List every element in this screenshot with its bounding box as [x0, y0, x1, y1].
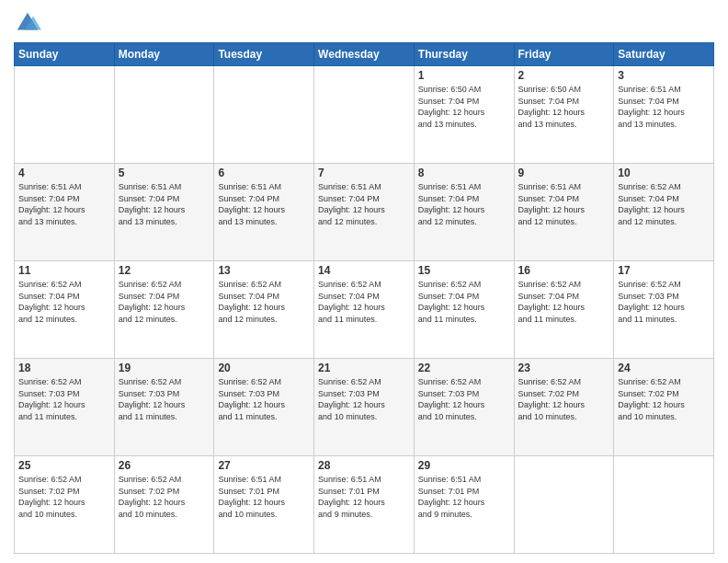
day-number: 26 — [119, 459, 210, 472]
day-number: 22 — [418, 362, 510, 374]
calendar-cell: 18Sunrise: 6:52 AM Sunset: 7:03 PM Dayli… — [15, 359, 115, 456]
day-info: Sunrise: 6:50 AM Sunset: 7:04 PM Dayligh… — [418, 84, 510, 130]
calendar-cell — [314, 66, 415, 164]
day-info: Sunrise: 6:52 AM Sunset: 7:04 PM Dayligh… — [218, 279, 310, 325]
day-number: 12 — [119, 264, 210, 277]
day-number: 16 — [518, 264, 610, 277]
calendar-cell — [514, 456, 614, 554]
calendar-cell: 4Sunrise: 6:51 AM Sunset: 7:04 PM Daylig… — [15, 164, 115, 261]
day-number: 8 — [418, 167, 510, 179]
calendar-cell: 2Sunrise: 6:50 AM Sunset: 7:04 PM Daylig… — [514, 66, 614, 164]
day-info: Sunrise: 6:50 AM Sunset: 7:04 PM Dayligh… — [518, 84, 610, 130]
day-number: 2 — [518, 69, 610, 82]
calendar-cell — [15, 66, 115, 164]
calendar-cell: 14Sunrise: 6:52 AM Sunset: 7:04 PM Dayli… — [314, 261, 415, 359]
day-number: 11 — [18, 264, 110, 277]
day-info: Sunrise: 6:52 AM Sunset: 7:02 PM Dayligh… — [18, 474, 110, 520]
day-number: 27 — [218, 459, 310, 472]
calendar-cell: 26Sunrise: 6:52 AM Sunset: 7:02 PM Dayli… — [114, 456, 214, 554]
calendar-cell: 1Sunrise: 6:50 AM Sunset: 7:04 PM Daylig… — [414, 66, 514, 164]
week-row-2: 11Sunrise: 6:52 AM Sunset: 7:04 PM Dayli… — [15, 261, 714, 359]
calendar-cell: 15Sunrise: 6:52 AM Sunset: 7:04 PM Dayli… — [414, 261, 514, 359]
weekday-header-monday: Monday — [114, 43, 214, 66]
calendar-cell: 7Sunrise: 6:51 AM Sunset: 7:04 PM Daylig… — [314, 164, 415, 261]
logo — [14, 9, 43, 37]
calendar-cell — [614, 456, 714, 554]
day-info: Sunrise: 6:52 AM Sunset: 7:03 PM Dayligh… — [119, 376, 210, 422]
day-number: 14 — [318, 264, 410, 277]
day-info: Sunrise: 6:52 AM Sunset: 7:04 PM Dayligh… — [18, 279, 110, 325]
header — [14, 9, 714, 37]
weekday-header-tuesday: Tuesday — [214, 43, 314, 66]
day-info: Sunrise: 6:52 AM Sunset: 7:03 PM Dayligh… — [418, 376, 510, 422]
day-number: 17 — [618, 264, 710, 277]
calendar-cell: 13Sunrise: 6:52 AM Sunset: 7:04 PM Dayli… — [214, 261, 314, 359]
day-info: Sunrise: 6:51 AM Sunset: 7:04 PM Dayligh… — [119, 181, 210, 227]
day-info: Sunrise: 6:51 AM Sunset: 7:04 PM Dayligh… — [18, 181, 110, 227]
calendar-cell: 17Sunrise: 6:52 AM Sunset: 7:03 PM Dayli… — [614, 261, 714, 359]
day-number: 20 — [218, 362, 310, 374]
day-number: 23 — [518, 362, 610, 374]
week-row-1: 4Sunrise: 6:51 AM Sunset: 7:04 PM Daylig… — [15, 164, 714, 261]
day-number: 19 — [119, 362, 210, 374]
day-info: Sunrise: 6:52 AM Sunset: 7:04 PM Dayligh… — [119, 279, 210, 325]
day-number: 13 — [218, 264, 310, 277]
calendar-cell: 23Sunrise: 6:52 AM Sunset: 7:02 PM Dayli… — [514, 359, 614, 456]
calendar-cell: 25Sunrise: 6:52 AM Sunset: 7:02 PM Dayli… — [15, 456, 115, 554]
weekday-header-sunday: Sunday — [15, 43, 115, 66]
day-number: 6 — [218, 167, 310, 179]
day-info: Sunrise: 6:52 AM Sunset: 7:03 PM Dayligh… — [318, 376, 410, 422]
day-info: Sunrise: 6:52 AM Sunset: 7:03 PM Dayligh… — [218, 376, 310, 422]
day-info: Sunrise: 6:52 AM Sunset: 7:02 PM Dayligh… — [518, 376, 610, 422]
day-number: 4 — [18, 167, 110, 179]
week-row-0: 1Sunrise: 6:50 AM Sunset: 7:04 PM Daylig… — [15, 66, 714, 164]
day-info: Sunrise: 6:51 AM Sunset: 7:01 PM Dayligh… — [318, 474, 410, 520]
day-info: Sunrise: 6:52 AM Sunset: 7:02 PM Dayligh… — [618, 376, 710, 422]
calendar-cell: 12Sunrise: 6:52 AM Sunset: 7:04 PM Dayli… — [114, 261, 214, 359]
calendar-cell: 19Sunrise: 6:52 AM Sunset: 7:03 PM Dayli… — [114, 359, 214, 456]
calendar-cell — [214, 66, 314, 164]
weekday-header-wednesday: Wednesday — [314, 43, 415, 66]
calendar-cell — [114, 66, 214, 164]
calendar-cell: 20Sunrise: 6:52 AM Sunset: 7:03 PM Dayli… — [214, 359, 314, 456]
day-info: Sunrise: 6:52 AM Sunset: 7:03 PM Dayligh… — [618, 279, 710, 325]
week-row-3: 18Sunrise: 6:52 AM Sunset: 7:03 PM Dayli… — [15, 359, 714, 456]
calendar-cell: 28Sunrise: 6:51 AM Sunset: 7:01 PM Dayli… — [314, 456, 415, 554]
day-info: Sunrise: 6:51 AM Sunset: 7:01 PM Dayligh… — [418, 474, 510, 520]
calendar-cell: 16Sunrise: 6:52 AM Sunset: 7:04 PM Dayli… — [514, 261, 614, 359]
day-info: Sunrise: 6:52 AM Sunset: 7:02 PM Dayligh… — [119, 474, 210, 520]
day-info: Sunrise: 6:52 AM Sunset: 7:04 PM Dayligh… — [318, 279, 410, 325]
calendar-cell: 5Sunrise: 6:51 AM Sunset: 7:04 PM Daylig… — [114, 164, 214, 261]
day-info: Sunrise: 6:51 AM Sunset: 7:01 PM Dayligh… — [218, 474, 310, 520]
calendar-table: SundayMondayTuesdayWednesdayThursdayFrid… — [14, 42, 714, 554]
day-info: Sunrise: 6:52 AM Sunset: 7:04 PM Dayligh… — [518, 279, 610, 325]
day-info: Sunrise: 6:52 AM Sunset: 7:04 PM Dayligh… — [418, 279, 510, 325]
day-info: Sunrise: 6:51 AM Sunset: 7:04 PM Dayligh… — [218, 181, 310, 227]
day-info: Sunrise: 6:51 AM Sunset: 7:04 PM Dayligh… — [318, 181, 410, 227]
day-number: 29 — [418, 459, 510, 472]
day-info: Sunrise: 6:52 AM Sunset: 7:04 PM Dayligh… — [618, 181, 710, 227]
day-number: 3 — [618, 69, 710, 82]
calendar-cell: 3Sunrise: 6:51 AM Sunset: 7:04 PM Daylig… — [614, 66, 714, 164]
day-number: 5 — [119, 167, 210, 179]
calendar-cell: 27Sunrise: 6:51 AM Sunset: 7:01 PM Dayli… — [214, 456, 314, 554]
weekday-header-friday: Friday — [514, 43, 614, 66]
day-info: Sunrise: 6:51 AM Sunset: 7:04 PM Dayligh… — [518, 181, 610, 227]
weekday-header-row: SundayMondayTuesdayWednesdayThursdayFrid… — [15, 43, 714, 66]
calendar-cell: 24Sunrise: 6:52 AM Sunset: 7:02 PM Dayli… — [614, 359, 714, 456]
day-number: 9 — [518, 167, 610, 179]
day-number: 25 — [18, 459, 110, 472]
day-number: 21 — [318, 362, 410, 374]
day-number: 24 — [618, 362, 710, 374]
day-number: 15 — [418, 264, 510, 277]
day-number: 28 — [318, 459, 410, 472]
calendar-cell: 9Sunrise: 6:51 AM Sunset: 7:04 PM Daylig… — [514, 164, 614, 261]
calendar-cell: 11Sunrise: 6:52 AM Sunset: 7:04 PM Dayli… — [15, 261, 115, 359]
day-info: Sunrise: 6:52 AM Sunset: 7:03 PM Dayligh… — [18, 376, 110, 422]
weekday-header-thursday: Thursday — [414, 43, 514, 66]
day-number: 10 — [618, 167, 710, 179]
logo-icon — [14, 9, 41, 37]
calendar-cell: 8Sunrise: 6:51 AM Sunset: 7:04 PM Daylig… — [414, 164, 514, 261]
week-row-4: 25Sunrise: 6:52 AM Sunset: 7:02 PM Dayli… — [15, 456, 714, 554]
day-number: 18 — [18, 362, 110, 374]
